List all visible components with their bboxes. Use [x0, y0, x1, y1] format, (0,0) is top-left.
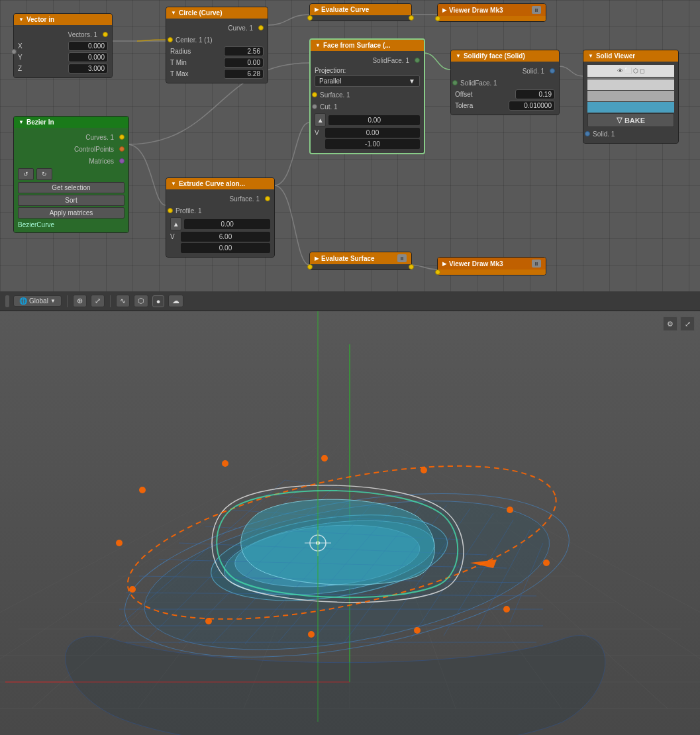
extrude-v-label: V [170, 233, 178, 240]
node-evaluate-surface-title: Evaluate Surface [321, 255, 375, 262]
sv-icon4[interactable]: ◻ [640, 68, 644, 74]
face-val2-input[interactable] [325, 128, 420, 138]
viewer2-collapse[interactable]: ▶ [442, 261, 446, 267]
eval-surface-socket-out[interactable] [409, 264, 414, 270]
sv-icon2[interactable]: ⬜ [625, 68, 632, 74]
drag-handle[interactable] [5, 295, 9, 307]
offset-input[interactable] [515, 89, 555, 99]
node-viewer-draw1: ▶ Viewer Draw Mk3 II [437, 3, 546, 22]
matrices-socket-out[interactable] [119, 158, 125, 164]
radius-input[interactable] [224, 46, 264, 56]
proportional-button[interactable]: ⤢ [91, 295, 105, 307]
solidify-input-row: SolidFace. 1 [455, 77, 555, 88]
eval-curve-collapse[interactable]: ▶ [315, 7, 319, 13]
solidface-output-label: SolidFace. 1 [315, 57, 415, 64]
extrude-socket-in[interactable] [168, 208, 173, 213]
node-solid-viewer-title: Solid Viewer [596, 52, 635, 60]
eval-surface-socket-in[interactable] [307, 264, 313, 270]
snap-button[interactable]: ∿ [116, 295, 130, 307]
bezier-icon-2[interactable]: ↻ [36, 168, 52, 180]
bezier-curve-label: BezierCurve [18, 220, 125, 230]
center-row: Center. 1 (1) [170, 34, 264, 45]
global-button[interactable]: 🌐 Global ▼ [13, 295, 62, 307]
controlpoints-output-row: ControlPoints [18, 144, 125, 154]
circle-collapse-arrow[interactable]: ▼ [171, 10, 176, 16]
viewport-fullscreen-btn[interactable]: ⤢ [680, 317, 695, 331]
bake-icon: ▽ [617, 116, 622, 124]
controlpoints-socket-out[interactable] [119, 146, 125, 152]
apply-matrices-button[interactable]: Apply matrices [18, 207, 125, 219]
z-input[interactable] [68, 64, 108, 74]
sv-socket-in[interactable] [585, 131, 590, 136]
bezier-icon-1[interactable]: ↺ [18, 168, 34, 180]
solidface-socket-out[interactable] [415, 58, 420, 63]
y-label: Y [18, 54, 23, 61]
extrude-socket-out[interactable] [265, 196, 270, 201]
magnet-button[interactable]: ⊕ [73, 295, 87, 307]
cut-socket-in[interactable] [312, 104, 317, 109]
overlay-button[interactable]: ⬡ [134, 295, 148, 307]
extrude-val3-row [170, 243, 270, 253]
eval-curve-socket-in[interactable] [307, 15, 313, 21]
curves-output-row: Curves. 1 [18, 132, 125, 142]
viewport-settings-btn[interactable]: ⚙ [663, 317, 677, 331]
extrude-arrow-btn[interactable]: ▲ [170, 217, 181, 230]
sv-icon1[interactable]: 👁 [617, 68, 623, 74]
eval-curve-socket-out[interactable] [409, 15, 414, 21]
extrude-collapse[interactable]: ▼ [171, 181, 176, 187]
solidify-socket-out[interactable] [550, 68, 555, 74]
global-icon: 🌐 [19, 297, 27, 305]
dot-button[interactable]: ● [152, 295, 165, 307]
face-val3-row [315, 139, 420, 149]
surface-socket-in[interactable] [312, 92, 317, 97]
sort-button[interactable]: Sort [18, 195, 125, 206]
y-input[interactable] [68, 52, 108, 62]
z-row: Z [18, 64, 108, 74]
node-viewer-draw1-header: ▶ Viewer Draw Mk3 II [438, 4, 546, 16]
center-socket-in[interactable] [168, 37, 173, 42]
tmax-input[interactable] [224, 69, 264, 79]
tolera-input[interactable] [509, 101, 555, 111]
tolera-label: Tolera [455, 102, 473, 109]
x-row: X [18, 41, 108, 51]
get-selection-button[interactable]: Get selection [18, 182, 125, 193]
node-evaluate-surface-header: ▶ Evaluate Surface II [310, 252, 411, 264]
bezier-collapse-arrow[interactable]: ▼ [19, 119, 24, 125]
viewer1-socket-in[interactable] [435, 16, 440, 21]
extrude-output-label: Surface. 1 [170, 195, 265, 203]
solidify-output-row: Solid. 1 [455, 66, 555, 76]
viewer1-collapse[interactable]: ▶ [442, 7, 446, 13]
v-label: V [315, 129, 323, 136]
extra-button[interactable]: ☁ [168, 295, 183, 307]
curve-socket-out[interactable] [258, 25, 264, 30]
viewer2-pause-btn[interactable]: II [532, 260, 541, 268]
z-socket-in[interactable] [11, 49, 17, 54]
viewport: 🌐 Global ▼ ⊕ ⤢ ∿ ⬡ ● ☁ [0, 291, 700, 735]
extrude-val2-row: V [170, 232, 270, 242]
viewer1-pause-btn[interactable]: II [532, 6, 541, 14]
x-input[interactable] [68, 41, 108, 51]
extrude-val3-input[interactable] [181, 243, 270, 253]
eval-surface-pause[interactable]: II [397, 254, 407, 262]
sv-icon3[interactable]: ⬡ [633, 68, 638, 74]
projection-label: Projection: [315, 67, 420, 74]
collapse-arrow[interactable]: ▼ [19, 17, 24, 23]
face-val3-input[interactable] [325, 139, 420, 149]
curves-socket-out[interactable] [119, 134, 125, 140]
bake-button[interactable]: ▽ BAKE [587, 113, 674, 127]
solidify-socket-in[interactable] [452, 80, 458, 85]
face-val1-input[interactable] [328, 115, 420, 125]
projection-dropdown[interactable]: Parallel ▼ [315, 75, 420, 87]
extrude-val1-input[interactable] [184, 219, 270, 229]
tmin-input[interactable] [224, 58, 264, 68]
face-arrow-btn[interactable]: ▲ [315, 113, 326, 126]
vectors-socket-out[interactable] [103, 32, 108, 37]
solidify-collapse[interactable]: ▼ [456, 53, 461, 59]
eval-surface-collapse[interactable]: ▶ [315, 256, 319, 262]
face-collapse[interactable]: ▼ [315, 42, 321, 48]
extrude-val2-input[interactable] [181, 232, 270, 242]
viewer2-socket-in[interactable] [435, 270, 440, 275]
sv-preview-row1: 👁 ⬜ ⬡ ◻ [587, 65, 674, 77]
global-dropdown-arrow: ▼ [50, 298, 56, 304]
solid-viewer-collapse[interactable]: ▼ [588, 53, 593, 59]
